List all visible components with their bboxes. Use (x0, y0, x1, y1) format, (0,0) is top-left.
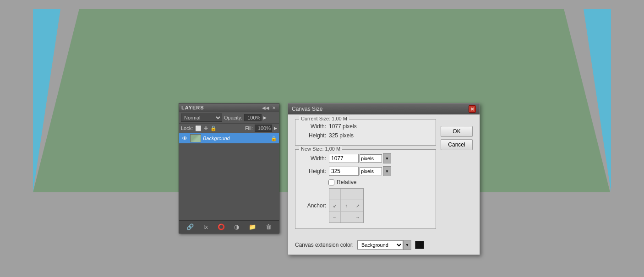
new-width-row: Width: pixels ▼ (301, 153, 430, 163)
layers-collapse-button[interactable]: ◀◀ (261, 105, 270, 110)
adjustment-button[interactable]: ◑ (233, 223, 240, 231)
current-width-row: Width: 1077 pixels (301, 123, 430, 130)
new-height-input[interactable] (329, 167, 359, 176)
fill-arrow-icon[interactable]: ▶ (274, 126, 277, 130)
relative-checkbox[interactable] (328, 179, 334, 185)
new-width-input[interactable] (329, 154, 359, 163)
canvas-extension-label: Canvas extension color: (295, 242, 354, 248)
new-width-unit-arrow[interactable]: ▼ (383, 153, 391, 163)
current-height-label: Height: (301, 132, 326, 139)
fx-button[interactable]: fx (202, 223, 209, 231)
new-group-button[interactable]: 📁 (247, 223, 257, 231)
new-width-unit-select[interactable]: pixels (360, 154, 382, 163)
current-width-label: Width: (301, 123, 326, 130)
relative-row: Relative (301, 179, 430, 185)
anchor-cell-mr[interactable]: ↗ (352, 200, 363, 211)
layers-list: 👁 Background 🔒 (179, 133, 279, 220)
dialog-footer: Canvas extension color: Background ▼ (288, 237, 480, 255)
new-height-row: Height: pixels ▼ (301, 166, 430, 176)
canvas-extension-arrow[interactable]: ▼ (403, 240, 411, 250)
dialog-main: Current Size: 1,00 M Width: 1077 pixels … (295, 119, 436, 233)
anchor-cell-bc[interactable] (341, 212, 352, 223)
anchor-cell-bl[interactable]: ← (329, 212, 340, 223)
lock-pixels-button[interactable]: ⬜ (195, 125, 202, 131)
dialog-buttons: OK Cancel (441, 119, 473, 233)
layers-locks: Lock: ⬜ ✚ 🔒 Fill: ▶ (179, 124, 279, 133)
layer-name: Background (203, 136, 269, 141)
new-height-unit-select[interactable]: pixels (360, 167, 382, 175)
dialog-titlebar: Canvas Size ✕ (288, 103, 480, 114)
link-layers-button[interactable]: 🔗 (185, 223, 195, 231)
current-size-legend: Current Size: 1,00 M (299, 116, 349, 121)
dialog-close-button[interactable]: ✕ (469, 105, 476, 113)
new-height-label: Height: (301, 168, 326, 174)
ok-button[interactable]: OK (441, 126, 473, 137)
new-size-legend: New Size: 1,00 M (299, 146, 342, 152)
anchor-cell-br[interactable]: → (352, 212, 363, 223)
anchor-cell-ml[interactable]: ↙ (329, 200, 340, 211)
layers-close-button[interactable]: ✕ (271, 105, 277, 110)
anchor-cell-tl[interactable] (329, 189, 340, 200)
layers-title: LAYERS (181, 105, 204, 110)
layers-controls: Normal Opacity: ▶ (179, 112, 279, 124)
cancel-button[interactable]: Cancel (441, 139, 473, 150)
opacity-arrow-icon[interactable]: ▶ (263, 115, 267, 120)
layers-panel: LAYERS ◀◀ ✕ Normal Opacity: ▶ Lock: ⬜ ✚ … (179, 103, 279, 234)
canvas-extension-select-wrap: Background ▼ (357, 240, 411, 250)
current-size-group: Current Size: 1,00 M Width: 1077 pixels … (295, 119, 436, 146)
dialog-body: Current Size: 1,00 M Width: 1077 pixels … (288, 114, 480, 237)
anchor-cell-tr[interactable] (352, 189, 363, 200)
lock-label: Lock: (181, 125, 193, 131)
opacity-input[interactable] (244, 114, 262, 121)
anchor-row: Anchor: ↙ ↑ ↗ ← → (301, 188, 430, 223)
lock-icons: ⬜ ✚ 🔒 (195, 125, 217, 131)
layers-footer: 🔗 fx ⭕ ◑ 📁 🗑 (179, 220, 279, 233)
new-width-field-wrap: pixels ▼ (329, 153, 391, 163)
layer-thumbnail (190, 134, 201, 142)
anchor-label: Anchor: (301, 202, 326, 209)
relative-label: Relative (337, 179, 356, 185)
dialog-title: Canvas Size (292, 106, 322, 112)
canvas-extension-color-swatch[interactable] (415, 241, 424, 249)
layer-lock-icon: 🔒 (271, 136, 277, 141)
layer-item[interactable]: 👁 Background 🔒 (179, 133, 279, 143)
current-width-value: 1077 pixels (329, 123, 366, 130)
delete-layer-button[interactable]: 🗑 (264, 223, 273, 231)
blend-mode-select[interactable]: Normal (181, 114, 222, 122)
lock-all-button[interactable]: 🔒 (210, 125, 217, 131)
anchor-cell-tc[interactable] (341, 189, 352, 200)
fill-input[interactable] (255, 125, 272, 132)
lock-move-button[interactable]: ✚ (203, 125, 208, 131)
new-height-field-wrap: pixels ▼ (329, 166, 391, 176)
canvas-size-dialog: Canvas Size ✕ Current Size: 1,00 M Width… (288, 103, 480, 255)
add-mask-button[interactable]: ⭕ (216, 223, 226, 231)
canvas-extension-select[interactable]: Background (357, 240, 403, 250)
new-height-unit-arrow[interactable]: ▼ (383, 166, 391, 176)
opacity-label: Opacity: (224, 115, 242, 120)
layer-visibility-toggle[interactable]: 👁 (181, 135, 188, 142)
anchor-grid: ↙ ↑ ↗ ← → (329, 188, 364, 223)
anchor-cell-mc[interactable]: ↑ (341, 200, 352, 211)
new-width-label: Width: (301, 155, 326, 162)
fill-label: Fill: (245, 125, 253, 131)
new-size-group: New Size: 1,00 M Width: pixels ▼ Height: (295, 149, 436, 229)
layers-titlebar-icons: ◀◀ ✕ (261, 105, 277, 110)
current-height-row: Height: 325 pixels (301, 132, 430, 139)
current-height-value: 325 pixels (329, 132, 366, 139)
layers-titlebar: LAYERS ◀◀ ✕ (179, 103, 279, 112)
